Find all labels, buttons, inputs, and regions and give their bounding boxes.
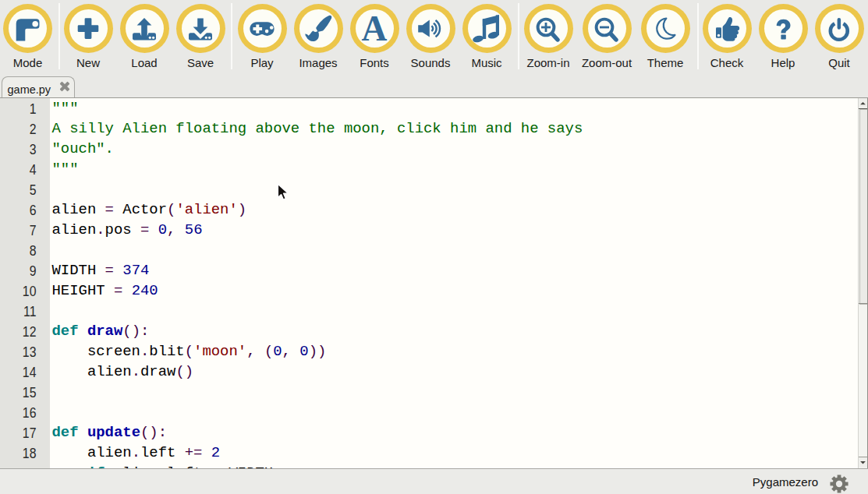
svg-text:A: A: [362, 15, 388, 43]
